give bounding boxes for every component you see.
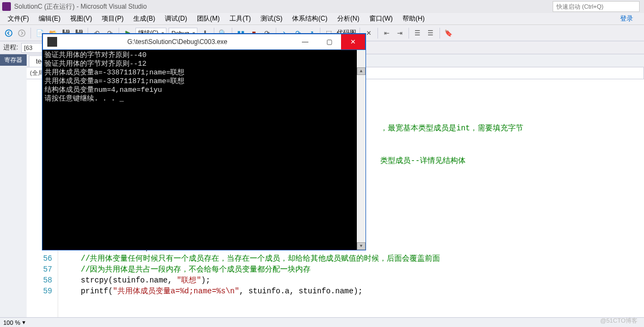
scroll-down-icon[interactable]: ▼	[357, 242, 366, 250]
console-output[interactable]: 验证共用体的字节对齐原则--40验证共用体的字节对齐原则--12共用体成员变量a…	[42, 50, 366, 250]
left-dock: 寄存器	[0, 54, 27, 317]
zoom-level[interactable]: 100 %	[3, 319, 20, 326]
menu-window[interactable]: 窗口(W)	[365, 13, 397, 24]
console-scrollbar[interactable]: ▲ ▼	[357, 50, 366, 250]
watermark: @51CTO博客	[600, 317, 637, 325]
registers-tab[interactable]: 寄存器	[0, 54, 27, 66]
menu-view[interactable]: 视图(V)	[66, 13, 96, 24]
menu-build[interactable]: 生成(B)	[129, 13, 159, 24]
menu-analyze[interactable]: 分析(N)	[333, 13, 364, 24]
menubar: 文件(F) 编辑(E) 视图(V) 项目(P) 生成(B) 调试(D) 团队(M…	[0, 13, 644, 25]
indent-less-button[interactable]: ⇤	[381, 28, 392, 39]
maximize-button[interactable]: ▢	[317, 34, 341, 49]
minimize-button[interactable]: —	[293, 34, 317, 49]
app-title: SolutionC (正在运行) - Microsoft Visual Stud…	[14, 2, 147, 11]
console-window: G:\test\SolutionC\Debug\C003.exe — ▢ ✕ 验…	[42, 34, 366, 250]
vs-logo-icon	[2, 2, 11, 11]
statusbar: 100 % ▾	[0, 317, 644, 327]
menu-edit[interactable]: 编辑(E)	[34, 13, 65, 24]
process-label: 进程:	[3, 43, 18, 52]
scroll-up-icon[interactable]: ▲	[357, 67, 366, 75]
menu-architecture[interactable]: 体系结构(C)	[288, 13, 332, 24]
close-button[interactable]: ✕	[341, 34, 365, 49]
menu-debug[interactable]: 调试(D)	[160, 13, 191, 24]
nav-back-button[interactable]	[3, 28, 14, 39]
indent-more-button[interactable]: ⇥	[394, 28, 405, 39]
menu-project[interactable]: 项目(P)	[97, 13, 128, 24]
nav-forward-button[interactable]	[16, 28, 27, 39]
comment-button[interactable]: ☰	[412, 28, 423, 39]
svg-point-0	[5, 30, 12, 36]
menu-help[interactable]: 帮助(H)	[398, 13, 429, 24]
app-titlebar: SolutionC (正在运行) - Microsoft Visual Stud…	[0, 0, 644, 13]
console-title: G:\test\SolutionC\Debug\C003.exe	[61, 38, 293, 46]
login-link[interactable]: 登录	[616, 13, 637, 24]
uncomment-button[interactable]: ☰	[425, 28, 436, 39]
menu-test[interactable]: 测试(S)	[256, 13, 287, 24]
console-titlebar[interactable]: G:\test\SolutionC\Debug\C003.exe — ▢ ✕	[42, 34, 366, 50]
menu-team[interactable]: 团队(M)	[193, 13, 224, 24]
bookmark-button[interactable]: 🔖	[443, 28, 454, 39]
svg-point-1	[18, 30, 25, 36]
menu-file[interactable]: 文件(F)	[3, 13, 33, 24]
console-app-icon	[47, 37, 57, 47]
quick-launch-input[interactable]	[553, 1, 640, 12]
menu-tools[interactable]: 工具(T)	[225, 13, 255, 24]
